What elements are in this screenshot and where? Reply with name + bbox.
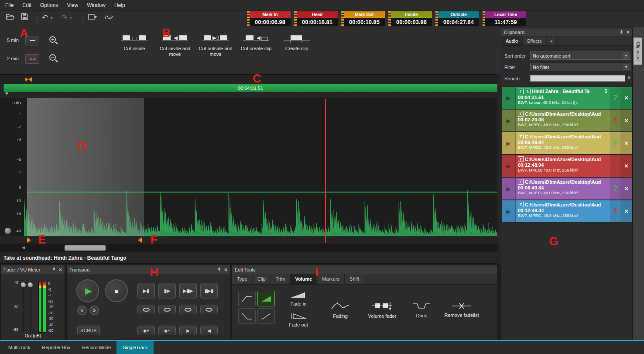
open-file-icon[interactable] — [6, 13, 15, 20]
zoom-out-button[interactable]: − — [48, 53, 57, 63]
fader-knob-right[interactable] — [27, 282, 33, 288]
volume-fader-button[interactable]: Volume fader — [362, 289, 402, 331]
loop-button-3[interactable] — [179, 305, 197, 314]
search-input[interactable] — [530, 75, 625, 82]
prelisten-ear-button[interactable]: ? — [610, 110, 620, 131]
clipboard-item-5[interactable]: ▶ T C:\Users\DbmAzure\Desktop\Aud 00:06:… — [502, 178, 632, 199]
selection-region[interactable] — [27, 98, 144, 236]
close-icon[interactable]: × — [59, 267, 62, 273]
marker-remove-button[interactable]: ◆− — [158, 326, 176, 335]
pin-icon[interactable] — [620, 30, 623, 34]
tab-effects[interactable]: Effects — [523, 37, 546, 45]
marker-add-button[interactable]: ◆+ — [137, 326, 155, 335]
sort-order-dropdown[interactable]: No automatic sort ▼ — [530, 52, 630, 60]
close-icon[interactable]: × — [627, 29, 630, 35]
zoom-in-button[interactable]: + — [48, 35, 57, 45]
play-over-mark-in-button[interactable]: ▶▮▶ — [179, 283, 197, 299]
marker-prev-button[interactable]: ◀ — [200, 326, 218, 335]
prelisten-ear-button[interactable]: ? — [610, 132, 620, 154]
pin-icon[interactable] — [217, 267, 221, 272]
scroll-left-icon[interactable]: ◀ — [22, 245, 25, 250]
fade-shape-linear-button[interactable] — [257, 291, 275, 306]
level-knob[interactable] — [4, 227, 11, 234]
duck-button[interactable]: Duck — [406, 289, 437, 331]
clip-remove-button[interactable]: × — [620, 155, 632, 177]
menu-edit[interactable]: Edit — [18, 1, 36, 10]
play-from-head-button[interactable]: ▮▶ — [158, 283, 176, 299]
cut-outside-move-button[interactable]: Cut outside and move — [196, 31, 235, 57]
tab-multitrack[interactable]: MultiTrack — [3, 341, 36, 354]
tab-audio[interactable]: Audio — [501, 37, 523, 45]
redo-dropdown-icon[interactable]: ▾ — [70, 16, 72, 20]
tab-reporter-box[interactable]: Reporter Box — [36, 341, 76, 354]
clip-play-button[interactable]: ▶ — [502, 178, 516, 199]
cut-create-clip-button[interactable]: Cut create clip — [237, 31, 275, 52]
tab-volume[interactable]: Volume — [290, 274, 317, 284]
clip-remove-button[interactable]: × — [620, 178, 632, 199]
redo-icon[interactable]: ↷ — [61, 13, 67, 22]
filter-dropdown[interactable]: No filter ▼ — [530, 63, 630, 71]
tab-trim[interactable]: Trim — [271, 274, 291, 284]
clip-remove-button[interactable]: × — [620, 132, 632, 154]
fade-shape-curve-button[interactable] — [257, 308, 275, 324]
mark-out-handle-icon[interactable] — [138, 237, 142, 243]
fader-knob-left[interactable] — [21, 282, 26, 288]
clipboard-item-4[interactable]: ▶ T C:\Users\DbmAzure\Desktop\Aud 00:12:… — [502, 155, 632, 177]
clipboard-item-6[interactable]: ▶ T C:\Users\DbmAzure\Desktop\Aud 00:12:… — [502, 200, 632, 222]
clip-play-button[interactable]: ▶ — [502, 87, 516, 109]
undo-icon[interactable]: ↶ — [42, 13, 48, 22]
prelisten-ear-button[interactable]: ? — [610, 200, 620, 222]
timeline-ruler[interactable] — [0, 74, 497, 84]
fading-button[interactable]: Fading — [322, 289, 359, 331]
zoom-to-marks-button[interactable]: ▶◀ — [25, 54, 39, 64]
play-over-mark-out-button[interactable]: ▮▶▮ — [200, 283, 218, 299]
menu-view[interactable]: View — [62, 1, 82, 10]
tab-singletrack[interactable]: SingleTrack — [116, 341, 154, 354]
fade-out-button[interactable]: Fade out — [281, 310, 316, 330]
clip-play-button[interactable]: ▶ — [502, 200, 516, 222]
undo-dropdown-icon[interactable]: ▾ — [51, 16, 53, 20]
menu-file[interactable]: File — [1, 1, 18, 10]
tab-markers[interactable]: Markers — [317, 274, 345, 284]
scrollbar-thumb[interactable] — [65, 245, 106, 251]
save-icon[interactable] — [21, 13, 28, 20]
menu-options[interactable]: Options — [36, 1, 62, 10]
clip-play-button[interactable]: ▶ — [502, 155, 516, 177]
tab-shift[interactable]: Shift — [345, 274, 364, 284]
clip-remove-button[interactable]: × — [620, 200, 632, 222]
volume-envelope-line[interactable] — [27, 192, 497, 192]
timeline-duration-bar[interactable]: 00:04:31.51 — [3, 84, 497, 92]
clipboard-item-3[interactable]: ▶ T C:\Users\DbmAzure\Desktop\Aud 00:06:… — [502, 132, 632, 154]
loop-button-4[interactable] — [200, 305, 218, 314]
fade-in-button[interactable]: Fade in — [281, 289, 316, 309]
close-icon[interactable]: × — [224, 267, 227, 273]
transfer-take-icon[interactable] — [88, 13, 98, 21]
fader-track-left[interactable] — [23, 284, 24, 332]
create-clip-button[interactable]: Create clip — [277, 31, 316, 52]
clipboard-item-1[interactable]: ▶ T 1 Hindi Zahra - Beautiful Ta 1 00:04… — [502, 87, 632, 109]
marker-next-button[interactable]: ▶ — [179, 326, 197, 335]
fade-shape-descend-button[interactable] — [238, 308, 256, 324]
clip-play-button[interactable]: ▶ — [502, 132, 516, 154]
menu-help[interactable]: Help — [110, 1, 130, 10]
play-button[interactable]: ▶ — [76, 279, 99, 302]
horizontal-scrollbar[interactable]: ◀ — [0, 244, 497, 252]
clip-play-button[interactable]: ▶ — [502, 110, 516, 131]
soundhead-marker-icon[interactable] — [24, 77, 32, 82]
waveform-edit-icon[interactable] — [105, 13, 114, 21]
loop-button-1[interactable] — [137, 305, 155, 314]
forward-button[interactable]: » — [89, 306, 99, 315]
clip-remove-button[interactable]: × — [620, 87, 632, 109]
prelisten-ear-button[interactable]: ? — [610, 87, 620, 109]
clipboard-side-tab[interactable]: Clipboard — [634, 38, 642, 65]
search-clear-icon[interactable]: × — [627, 75, 630, 81]
stop-button[interactable]: ■ — [105, 279, 128, 302]
tab-type[interactable]: Type — [232, 274, 253, 284]
timeline-marker-diamond-icon[interactable]: ◆ — [5, 91, 8, 95]
loop-button-2[interactable] — [158, 305, 176, 314]
fade-shape-plateau-button[interactable] — [238, 291, 256, 306]
cut-inside-button[interactable]: Cut inside — [115, 31, 154, 52]
mark-in-handle-icon[interactable] — [27, 237, 31, 243]
prelisten-ear-button[interactable]: ? — [610, 178, 620, 199]
tab-clip[interactable]: Clip — [253, 274, 271, 284]
